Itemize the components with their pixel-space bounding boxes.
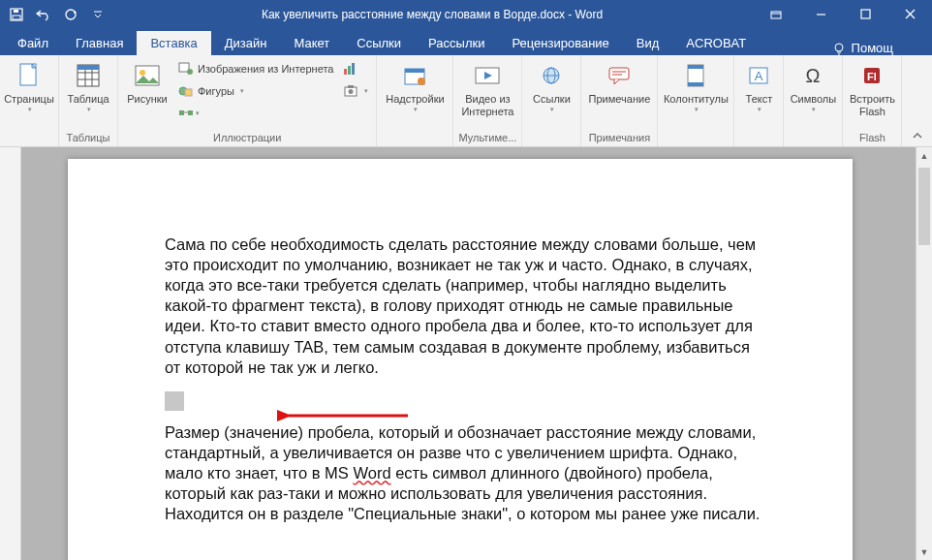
- chevron-down-icon: ▾: [87, 106, 91, 113]
- tab-file[interactable]: Файл: [4, 31, 62, 55]
- comment-button[interactable]: Примечание: [585, 58, 653, 108]
- ribbon: Страницы▾ Таблица▾ Таблицы Рисунки Изобр…: [0, 55, 932, 147]
- tab-acrobat[interactable]: ACROBAT: [672, 31, 760, 55]
- pictures-button[interactable]: Рисунки: [122, 58, 172, 108]
- chevron-down-icon: ▾: [364, 87, 368, 95]
- picture-icon: [132, 60, 163, 91]
- textbox-icon: A: [743, 60, 774, 91]
- comment-label: Примечание: [589, 93, 651, 106]
- text-label: Текст: [746, 93, 773, 106]
- redo-button[interactable]: [58, 2, 83, 27]
- tab-mailings[interactable]: Рассылки: [415, 31, 498, 55]
- shapes-button[interactable]: Фигуры▾: [174, 80, 337, 102]
- save-button[interactable]: [4, 2, 29, 27]
- page-icon: [14, 60, 45, 91]
- maximize-button[interactable]: [843, 0, 887, 28]
- scroll-thumb[interactable]: [918, 168, 930, 245]
- headerfooter-button[interactable]: Колонтитулы▾: [662, 58, 730, 115]
- symbols-button[interactable]: Ω Символы▾: [788, 58, 838, 115]
- group-symbols: Ω Символы▾: [784, 55, 843, 146]
- tab-insert[interactable]: Вставка: [137, 31, 210, 55]
- scroll-up-button[interactable]: ▲: [916, 147, 933, 164]
- video-icon: [472, 60, 503, 91]
- tab-home[interactable]: Главная: [62, 31, 137, 55]
- svg-rect-20: [78, 65, 99, 70]
- embed-flash-button[interactable]: Fl Встроить Flash: [847, 58, 897, 119]
- group-comments: Примечание Примечания: [581, 55, 658, 146]
- group-pages: Страницы▾: [0, 55, 59, 146]
- group-flash: Fl Встроить Flash Flash: [843, 55, 902, 146]
- links-button[interactable]: Ссылки▾: [526, 58, 576, 115]
- chevron-down-icon: ▾: [28, 106, 32, 113]
- svg-point-24: [187, 69, 193, 75]
- comment-icon: [604, 60, 635, 91]
- chevron-down-icon: ▾: [695, 106, 699, 113]
- paragraph-2[interactable]: Размер (значение) пробела, который и обо…: [165, 422, 765, 525]
- document-page[interactable]: Сама по себе необходимость сделать расст…: [68, 159, 853, 560]
- online-pictures-icon: [178, 61, 194, 77]
- close-button[interactable]: [887, 0, 932, 28]
- collapse-ribbon-button[interactable]: [907, 129, 928, 144]
- addins-icon: [399, 60, 430, 91]
- pages-button[interactable]: Страницы▾: [4, 58, 54, 115]
- tab-references[interactable]: Ссылки: [343, 31, 415, 55]
- online-video-button[interactable]: Видео из Интернета: [457, 58, 517, 119]
- svg-text:Ω: Ω: [806, 65, 821, 86]
- svg-rect-30: [348, 66, 351, 75]
- table-button[interactable]: Таблица▾: [63, 58, 113, 115]
- svg-rect-34: [348, 85, 354, 88]
- group-label-tables: Таблицы: [63, 130, 113, 146]
- screenshot-button[interactable]: ▾: [339, 80, 372, 102]
- scroll-down-button[interactable]: ▼: [916, 544, 933, 560]
- smartart-button[interactable]: ▾: [174, 103, 337, 124]
- svg-point-22: [140, 70, 145, 76]
- ribbon-tabs: Файл Главная Вставка Дизайн Макет Ссылки…: [0, 28, 932, 55]
- link-icon: [536, 60, 567, 91]
- window-controls: [754, 0, 932, 28]
- tab-review[interactable]: Рецензирование: [498, 31, 622, 55]
- flash-label: Встроить Flash: [849, 93, 895, 117]
- pictures-label: Рисунки: [127, 93, 168, 106]
- tell-me[interactable]: Помощ: [832, 41, 932, 55]
- ribbon-display-button[interactable]: [754, 0, 798, 28]
- group-label-flash: Flash: [847, 130, 897, 146]
- online-pictures-button[interactable]: Изображения из Интернета: [174, 58, 337, 79]
- svg-rect-1: [13, 16, 20, 19]
- tab-layout[interactable]: Макет: [280, 31, 343, 55]
- minimize-button[interactable]: [798, 0, 843, 28]
- svg-rect-36: [405, 69, 424, 73]
- group-addins: Надстройки▾: [377, 55, 453, 146]
- group-label-links: [526, 141, 576, 146]
- chart-button[interactable]: [339, 58, 360, 79]
- group-label-media: Мультиме...: [457, 130, 517, 146]
- tab-view[interactable]: Вид: [623, 31, 673, 55]
- links-label: Ссылки: [533, 93, 571, 106]
- selected-space-char[interactable]: [165, 391, 184, 411]
- addins-label: Надстройки: [386, 93, 444, 106]
- vertical-ruler[interactable]: [0, 147, 21, 560]
- text-button[interactable]: A Текст▾: [738, 58, 779, 115]
- paragraph-1[interactable]: Сама по себе необходимость сделать расст…: [165, 234, 765, 378]
- svg-point-11: [835, 44, 843, 51]
- para2-word-underline: Word: [353, 464, 390, 482]
- online-pictures-label: Изображения из Интернета: [198, 63, 333, 75]
- chevron-down-icon: ▾: [758, 106, 761, 113]
- svg-point-33: [349, 89, 354, 94]
- addins-button[interactable]: Надстройки▾: [381, 58, 449, 115]
- page-area[interactable]: Сама по себе необходимость сделать расст…: [21, 147, 916, 560]
- svg-text:Fl: Fl: [868, 71, 878, 82]
- svg-rect-29: [344, 69, 347, 75]
- tab-design[interactable]: Дизайн: [211, 31, 281, 55]
- group-tables: Таблица▾ Таблицы: [59, 55, 118, 146]
- document-body[interactable]: Сама по себе необходимость сделать расст…: [165, 234, 765, 524]
- group-label-addins: [381, 141, 449, 146]
- tell-me-label: Помощ: [852, 41, 893, 55]
- qat-customize-button[interactable]: [85, 2, 110, 27]
- svg-rect-47: [688, 82, 703, 86]
- title-bar: Как увеличить расстояние между словами в…: [0, 0, 932, 28]
- group-label-pages: [4, 141, 54, 146]
- svg-rect-31: [352, 63, 355, 75]
- vertical-scrollbar[interactable]: ▲ ▼: [916, 147, 932, 560]
- undo-button[interactable]: [31, 2, 56, 27]
- quick-access-toolbar: [0, 2, 110, 27]
